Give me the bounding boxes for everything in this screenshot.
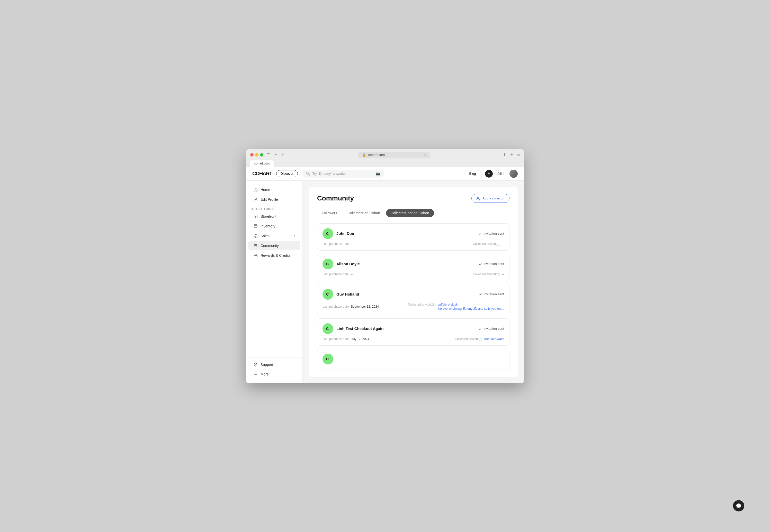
sidebar-item-rewards[interactable]: Rewards & Credits (248, 251, 300, 260)
invitation-sent: Invitation sent (478, 262, 504, 266)
sidebar-toggle[interactable] (266, 153, 270, 157)
chevron-down-icon: ▾ (294, 234, 295, 237)
discover-button[interactable]: Discover (276, 170, 298, 177)
collector-name: John Doe (336, 231, 354, 236)
invitation-sent-label: Invitation sent (484, 232, 504, 235)
browser-chrome: 🔒 cohart.com ≡ ⬆ + ⧉ cohart.com (246, 149, 524, 167)
new-tab-icon[interactable]: + (510, 152, 513, 158)
collected-value: – (502, 272, 504, 276)
camera-icon[interactable]: 📷 (376, 172, 380, 176)
top-nav: COHART Discover 🔍 Try "Dreamy" artworks … (246, 167, 524, 181)
search-icon: 🔍 (306, 172, 310, 176)
collector-list: C John Doe Invitation sent (317, 223, 510, 370)
collected-value: – (502, 242, 504, 246)
collected-label: Collected artwork(s) (473, 242, 501, 246)
svg-text:C: C (326, 327, 329, 331)
sales-icon: $ (253, 234, 258, 238)
add-user-icon (476, 196, 481, 200)
avatar[interactable] (510, 170, 518, 178)
url-text: cohart.com (368, 153, 385, 157)
avatar: C (322, 354, 333, 364)
user-icon (253, 197, 258, 202)
plus-button[interactable]: + (485, 170, 493, 178)
sidebar-rewards-label: Rewards & Credits (260, 253, 290, 258)
add-collector-button[interactable]: Add a collector (472, 194, 510, 203)
sidebar-item-sales[interactable]: $ Sales ▾ (248, 231, 300, 241)
tab-dropdown[interactable] (274, 153, 278, 157)
browser-tabs: cohart.com (250, 160, 520, 167)
checkmark-icon (478, 292, 482, 296)
minimize-button[interactable] (255, 153, 258, 157)
collected-label: Collected artwork(s) (408, 303, 436, 306)
logo: COHART (252, 171, 272, 177)
svg-point-10 (254, 244, 256, 245)
svg-rect-5 (254, 225, 257, 228)
tab-collectors-not-on-cohart[interactable]: Collectors not on Cohart (386, 209, 434, 217)
invitation-sent: Invitation sent (478, 232, 504, 235)
sidebar-support-label: Support (260, 363, 273, 367)
sidebar-item-community[interactable]: Community (248, 241, 300, 250)
community-icon (253, 243, 258, 248)
tab-followers[interactable]: Followers (317, 209, 342, 217)
sidebar-bottom: ? Support ··· More (246, 357, 302, 379)
collector-card-partial: C (317, 349, 510, 370)
svg-rect-0 (267, 153, 270, 156)
invitation-sent-label: Invitation sent (484, 292, 504, 296)
artwork-link[interactable]: the overwhelming life engulfs and spits … (438, 307, 504, 310)
close-button[interactable] (250, 153, 253, 157)
add-collector-label: Add a collector (483, 196, 505, 200)
checkmark-icon (478, 232, 482, 235)
last-purchase-value: – (351, 242, 352, 246)
collector-card: C John Doe Invitation sent (317, 223, 510, 251)
chat-button[interactable] (733, 500, 744, 511)
avatar: C (322, 259, 333, 269)
svg-point-2 (255, 198, 256, 199)
address-bar[interactable]: 🔒 cohart.com ≡ (358, 152, 430, 158)
sidebar-item-home[interactable]: Home (248, 185, 300, 194)
share-icon[interactable]: ⬆ (503, 152, 506, 157)
sidebar-home-label: Home (260, 188, 270, 192)
invitation-sent-label: Invitation sent (484, 262, 504, 266)
storefront-icon (253, 214, 258, 219)
browser-window: 🔒 cohart.com ≡ ⬆ + ⧉ cohart.com COHART D… (246, 149, 524, 383)
invitation-sent-label: Invitation sent (484, 327, 504, 331)
sidebar-item-inventory[interactable]: Inventory (248, 222, 300, 231)
tab-collectors-on-cohart[interactable]: Collectors on Cohart (343, 209, 385, 217)
sidebar-section-artist-tools: ARTIST TOOLS (246, 204, 302, 212)
search-bar[interactable]: 🔍 Try "Dreamy" artworks 📷 (302, 170, 384, 178)
blog-button[interactable]: Blog (465, 170, 481, 177)
last-purchase-label: Last purchase date (322, 305, 349, 308)
tabs-overview-icon[interactable]: ⧉ (517, 153, 520, 157)
tabs: Followers Collectors on Cohart Collector… (317, 209, 510, 217)
sidebar-item-support[interactable]: ? Support (248, 360, 300, 369)
chat-icon (736, 503, 741, 509)
svg-text:?: ? (255, 364, 257, 366)
sidebar-storefront-label: Storefront (260, 214, 276, 218)
active-browser-tab[interactable]: cohart.com (250, 160, 274, 167)
last-purchase-value: September 12, 2024 (351, 305, 379, 308)
artwork-links: buffalo at dusk the overwhelming life en… (438, 303, 504, 310)
sidebar-edit-profile-label: Edit Profile (260, 197, 278, 201)
artwork-link[interactable]: buffalo at dusk (438, 303, 504, 306)
collector-card: C Guy Holland Invitation sent (317, 284, 510, 315)
avatar: C (322, 228, 333, 239)
invitation-sent: Invitation sent (478, 292, 504, 296)
artwork-links: true love waits (484, 337, 504, 341)
last-purchase-value: – (351, 272, 352, 276)
sidebar-sales-label: Sales (260, 234, 269, 238)
sidebar-item-edit-profile[interactable]: Edit Profile (248, 195, 300, 204)
svg-text:C: C (326, 357, 329, 361)
home-icon (253, 187, 258, 192)
sidebar-item-storefront[interactable]: Storefront (248, 212, 300, 221)
avatar: C (322, 289, 333, 300)
sidebar: Home Edit Profile ARTIST TOOLS (246, 181, 303, 383)
svg-text:C: C (326, 232, 329, 236)
last-purchase-label: Last purchase date (322, 337, 349, 341)
artwork-link[interactable]: true love waits (484, 337, 504, 341)
sidebar-community-label: Community (260, 244, 279, 248)
reader-mode-icon: ≡ (424, 153, 426, 156)
sidebar-item-more[interactable]: ··· More (248, 370, 300, 379)
back-button[interactable] (281, 153, 285, 157)
maximize-button[interactable] (260, 153, 263, 157)
svg-text:C: C (326, 292, 329, 296)
